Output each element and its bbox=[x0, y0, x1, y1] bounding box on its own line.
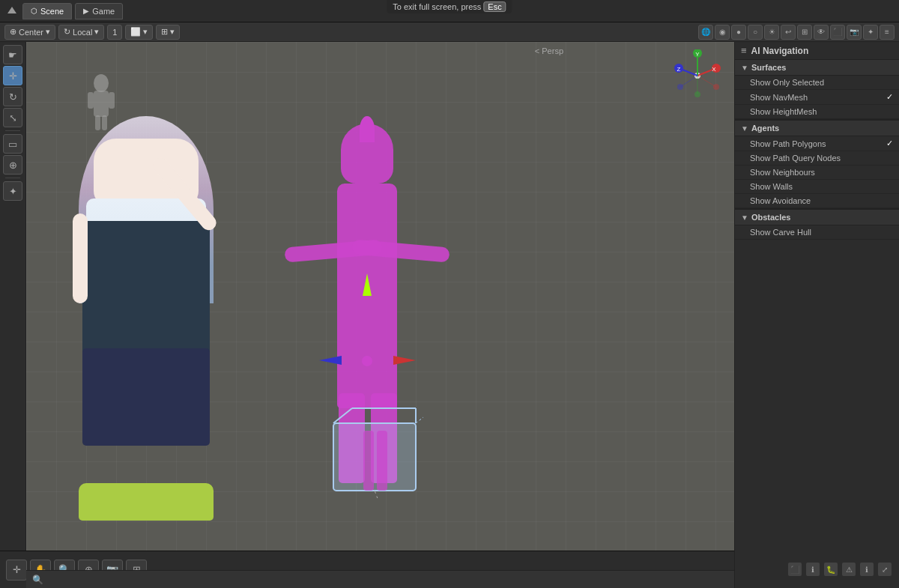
pivot-center-btn[interactable]: ⊕ Center ▾ bbox=[4, 25, 55, 40]
scene-viewport[interactable]: < Persp bbox=[26, 42, 734, 551]
panel-title: AI Navigation bbox=[751, 46, 809, 56]
info-icon[interactable]: ℹ bbox=[860, 563, 874, 576]
pivot-icon: ⊕ bbox=[10, 27, 16, 37]
viewport-icons: 🌐 ◉ ● ○ ☀ ↩ ⊞ 👁 ⬛ 📷 ✦ ≡ bbox=[698, 25, 895, 40]
viewport-gizmo[interactable]: X Y Z bbox=[671, 49, 724, 102]
ai-navigation-panel: ≡ AI Navigation ▼ Surfaces Show Only Sel… bbox=[734, 42, 899, 551]
svg-rect-26 bbox=[94, 91, 109, 117]
debug-icon[interactable]: 🐛 bbox=[824, 563, 838, 576]
show-avoidance-label: Show Avoidance bbox=[750, 196, 811, 205]
layer-number: 1 bbox=[112, 28, 117, 37]
svg-point-24 bbox=[677, 84, 683, 90]
scale-tool[interactable]: ⤡ bbox=[3, 108, 22, 127]
svg-line-23 bbox=[680, 76, 697, 87]
game-tab-label: Game bbox=[92, 7, 115, 16]
layer-btn[interactable]: 1 bbox=[107, 25, 122, 40]
fullscreen-notice: To exit full screen, press Esc bbox=[387, 0, 512, 13]
fx-left-btn[interactable]: ↩ bbox=[781, 25, 796, 40]
transform-tool[interactable]: ⊕ bbox=[3, 155, 22, 175]
transform-center bbox=[362, 356, 372, 366]
transform-arrow-left bbox=[319, 356, 342, 365]
unity-logo[interactable] bbox=[4, 4, 19, 19]
inspector-icon[interactable]: ℹ bbox=[806, 563, 820, 576]
show-avoidance-item[interactable]: Show Avoidance bbox=[735, 194, 899, 208]
sphere-btn[interactable]: ◉ bbox=[715, 25, 730, 40]
svg-line-3 bbox=[416, 408, 423, 423]
svg-line-19 bbox=[697, 76, 716, 87]
show-path-polygons-label: Show Path Polygons bbox=[750, 139, 826, 148]
char-left-body bbox=[71, 116, 221, 521]
globe-btn[interactable]: 🌐 bbox=[698, 25, 713, 40]
fullscreen-text: To exit full screen, press bbox=[393, 2, 481, 11]
show-walls-item[interactable]: Show Walls bbox=[735, 180, 899, 194]
hand-tool[interactable]: ☛ bbox=[3, 45, 22, 64]
transform-arrow-right bbox=[393, 356, 416, 365]
show-navmesh-item[interactable]: Show NavMesh ✓ bbox=[735, 90, 899, 105]
show-neighbours-item[interactable]: Show Neighbours bbox=[735, 166, 899, 180]
show-path-query-nodes-label: Show Path Query Nodes bbox=[750, 154, 841, 163]
layers-btn[interactable]: ⊞ bbox=[797, 25, 812, 40]
left-tool-panel: ☛ ✛ ↻ ⤡ ▭ ⊕ ✦ bbox=[0, 42, 26, 551]
obstacles-section-title: Obstacles bbox=[751, 213, 791, 222]
character-left bbox=[71, 116, 221, 521]
show-only-selected-item[interactable]: Show Only Selected bbox=[735, 76, 899, 90]
menu-btn[interactable]: ≡ bbox=[880, 25, 895, 40]
move-tool[interactable]: ✛ bbox=[3, 66, 22, 85]
camera-btn[interactable]: 📷 bbox=[847, 25, 862, 40]
coord-local-btn[interactable]: ↻ Local ▾ bbox=[58, 25, 104, 40]
show-path-polygons-check: ✓ bbox=[886, 139, 893, 148]
show-carve-hull-item[interactable]: Show Carve Hull bbox=[735, 225, 899, 240]
eye-btn[interactable]: 👁 bbox=[814, 25, 829, 40]
show-heightmesh-label: Show HeightMesh bbox=[750, 107, 817, 116]
surfaces-section-header[interactable]: ▼ Surfaces bbox=[735, 60, 899, 76]
char-legs bbox=[82, 348, 210, 446]
panel-header: ≡ AI Navigation bbox=[735, 42, 899, 60]
svg-marker-0 bbox=[7, 7, 16, 13]
tab-game[interactable]: ▶ Game bbox=[75, 3, 123, 19]
sun-btn[interactable]: ☀ bbox=[764, 25, 779, 40]
show-navmesh-check: ✓ bbox=[886, 92, 893, 102]
obstacles-arrow-icon: ▼ bbox=[741, 213, 748, 222]
obstacles-section-header[interactable]: ▼ Obstacles bbox=[735, 210, 899, 225]
svg-point-25 bbox=[94, 74, 109, 92]
snap-btn[interactable]: ⊞ ▾ bbox=[156, 25, 180, 40]
obstacles-items: Show Carve Hull bbox=[735, 225, 899, 240]
svg-rect-7 bbox=[377, 431, 387, 491]
gizmo-svg: X Y Z bbox=[671, 49, 724, 102]
show-path-polygons-item[interactable]: Show Path Polygons ✓ bbox=[735, 136, 899, 151]
search-input[interactable] bbox=[46, 575, 728, 584]
render-btn[interactable]: ⬛ bbox=[830, 25, 845, 40]
tab-scene[interactable]: ⬡ Scene bbox=[22, 3, 72, 19]
fx-btn[interactable]: ✦ bbox=[863, 25, 878, 40]
char-arm-left bbox=[73, 213, 88, 303]
rect-select-btn[interactable]: ⬜ ▾ bbox=[125, 25, 153, 40]
svg-rect-29 bbox=[95, 115, 100, 130]
show-heightmesh-item[interactable]: Show HeightMesh bbox=[735, 105, 899, 119]
agents-section-header[interactable]: ▼ Agents bbox=[735, 121, 899, 136]
surfaces-items: Show Only Selected Show NavMesh ✓ Show H… bbox=[735, 76, 899, 119]
svg-rect-27 bbox=[88, 92, 94, 109]
search-icon: 🔍 bbox=[32, 575, 43, 585]
rect-tool[interactable]: ▭ bbox=[3, 134, 22, 154]
persp-label: < Persp bbox=[535, 46, 563, 55]
warning-icon[interactable]: ⚠ bbox=[842, 563, 856, 576]
toolbar: ⊕ Center ▾ ↻ Local ▾ 1 ⬜ ▾ ⊞ ▾ 🌐 ◉ ● ○ ☀… bbox=[0, 22, 899, 42]
show-navmesh-label: Show NavMesh bbox=[750, 93, 808, 102]
rotate-tool[interactable]: ↻ bbox=[3, 87, 22, 106]
resize-icon[interactable]: ⤢ bbox=[878, 563, 892, 576]
console-icon[interactable]: ⬛ bbox=[788, 563, 802, 576]
show-path-query-nodes-item[interactable]: Show Path Query Nodes bbox=[735, 151, 899, 166]
show-carve-hull-label: Show Carve Hull bbox=[750, 228, 811, 237]
panel-menu-icon: ≡ bbox=[741, 45, 747, 56]
svg-line-2 bbox=[333, 408, 352, 423]
bottom-move-btn[interactable]: ✛ bbox=[6, 560, 27, 581]
transform-arrow-up bbox=[363, 273, 372, 296]
material-btn[interactable]: ● bbox=[731, 25, 746, 40]
bottom-bar: ✛ ✋ 🔍 ⊕ 📷 ⊞ 🔍 ⬛ ℹ 🐛 ⚠ ℹ ⤢ bbox=[0, 551, 899, 588]
svg-rect-1 bbox=[333, 423, 416, 491]
custom-tool[interactable]: ✦ bbox=[3, 181, 22, 201]
ring-btn[interactable]: ○ bbox=[748, 25, 763, 40]
svg-point-22 bbox=[694, 91, 700, 97]
rect-select-icon: ⬜ bbox=[130, 27, 141, 37]
char-shoes bbox=[79, 483, 214, 521]
